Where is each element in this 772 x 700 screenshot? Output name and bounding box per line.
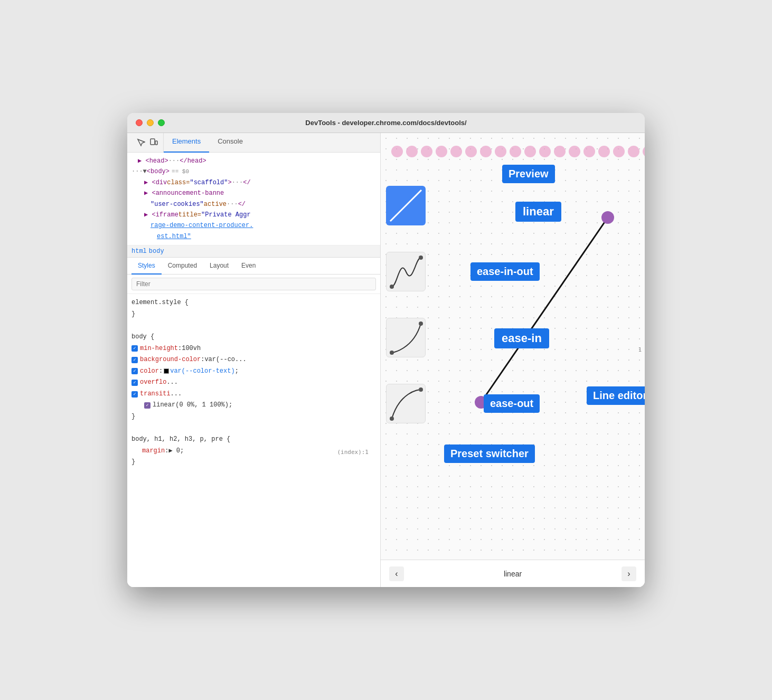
breadcrumb-html[interactable]: html — [131, 248, 147, 255]
pink-circle — [495, 146, 506, 157]
svg-point-6 — [419, 321, 423, 326]
styles-tabs: Styles Computed Layout Even — [127, 258, 380, 275]
side-number: 1 — [638, 346, 642, 353]
prop-background-color: background-color : var(--co... — [131, 354, 376, 366]
tab-elements[interactable]: Elements — [164, 133, 209, 153]
devtools-body: Elements Console ▶ <head> ··· </head> ··… — [127, 133, 645, 587]
pink-circle — [569, 146, 580, 157]
svg-point-3 — [390, 285, 394, 289]
right-panel: Preview linear ease-in-out ease-in ease-… — [381, 133, 645, 587]
rule-body: body { min-height : 100vh background-col… — [131, 332, 376, 423]
traffic-lights — [136, 119, 165, 126]
preview-canvas: Preview linear ease-in-out ease-in ease-… — [381, 133, 645, 560]
pink-circle — [539, 146, 551, 157]
pink-circle — [510, 146, 521, 157]
tree-node-head[interactable]: ▶ <head> ··· </head> — [131, 156, 376, 166]
annotation-line-editor: Line editor — [587, 386, 645, 405]
selector-element-style: element.style { — [131, 297, 376, 309]
rule-element-style: element.style { } — [131, 297, 376, 320]
filter-bar — [127, 275, 380, 294]
pink-circle — [643, 146, 645, 157]
pink-circle — [450, 146, 462, 157]
preset-linear-box[interactable] — [386, 186, 426, 225]
preview-area: Preview linear ease-in-out ease-in ease-… — [381, 133, 645, 560]
tab-icons — [131, 133, 164, 152]
checkbox-linear[interactable] — [144, 402, 150, 409]
checkbox-min-height[interactable] — [131, 345, 138, 352]
close-button[interactable] — [136, 119, 143, 126]
annotation-preset-switcher: Preset switcher — [444, 444, 535, 463]
source-index: (index):1 — [337, 447, 369, 458]
pink-circle — [436, 146, 447, 157]
annotation-preview: Preview — [502, 165, 555, 183]
checkbox-color[interactable] — [131, 368, 138, 374]
minimize-button[interactable] — [147, 119, 154, 126]
checkbox-overflow[interactable] — [131, 380, 138, 386]
prop-transition: transiti ... — [131, 389, 376, 400]
annotation-linear: linear — [515, 202, 561, 222]
svg-rect-1 — [155, 141, 157, 145]
maximize-button[interactable] — [158, 119, 165, 126]
breadcrumb-body[interactable]: body — [149, 248, 164, 255]
tree-node-rage[interactable]: rage-demo-content-producer. — [131, 220, 376, 231]
filter-input[interactable] — [131, 278, 376, 290]
tree-node-iframe[interactable]: ▶ <iframe title= "Private Aggr — [131, 210, 376, 220]
prop-overflow: overflo ... — [131, 377, 376, 389]
preset-ease-in-out[interactable] — [386, 252, 426, 291]
pink-circle — [583, 146, 595, 157]
breadcrumb: html body — [127, 245, 380, 258]
pink-circle — [554, 146, 566, 157]
pink-circle — [613, 146, 625, 157]
rule-body-closing: } — [131, 411, 376, 423]
preview-nav: ‹ linear › — [381, 560, 645, 587]
tree-node-div-scaffold[interactable]: ▶ <div class= "scaffold" > ··· </ — [131, 177, 376, 188]
tab-computed[interactable]: Computed — [162, 258, 203, 275]
next-button[interactable]: › — [622, 566, 636, 581]
tree-node-user-cookies[interactable]: "user-cookies" active ··· </ — [131, 199, 376, 210]
svg-point-5 — [390, 351, 394, 355]
tree-node-est[interactable]: est.html" — [131, 231, 376, 242]
tab-styles[interactable]: Styles — [131, 258, 162, 275]
pink-circles-row — [391, 146, 634, 157]
tab-layout[interactable]: Layout — [203, 258, 235, 275]
pink-circle — [480, 146, 492, 157]
prop-min-height: min-height : 100vh — [131, 343, 376, 355]
pink-circle — [628, 146, 639, 157]
rule-body-headings: body, h1, h2, h3, p, pre { margin : ▶ 0;… — [131, 434, 376, 468]
prev-button[interactable]: ‹ — [389, 566, 404, 581]
pink-circle — [598, 146, 610, 157]
pink-circle — [406, 146, 418, 157]
line-handle-top[interactable] — [601, 211, 614, 224]
tab-console[interactable]: Console — [209, 133, 251, 153]
tab-event[interactable]: Even — [235, 258, 262, 275]
prop-linear: linear(0 0%, 1 100%); — [131, 400, 376, 411]
pink-circle — [421, 146, 432, 157]
color-swatch — [164, 368, 169, 374]
svg-rect-0 — [150, 139, 155, 145]
preset-ease-in[interactable] — [386, 318, 426, 357]
tree-node-body[interactable]: ··· ▼ <body> == $0 — [131, 166, 376, 177]
pink-circle — [465, 146, 477, 157]
prop-color: color : var(--color-text) ; — [131, 366, 376, 377]
selector-body-headings: body, h1, h2, h3, p, pre { — [131, 434, 376, 446]
left-panel: Elements Console ▶ <head> ··· </head> ··… — [127, 133, 381, 587]
main-tabs: Elements Console — [127, 133, 380, 153]
pink-circle — [524, 146, 536, 157]
annotation-ease-out: ease-out — [484, 394, 540, 413]
svg-point-7 — [390, 417, 394, 421]
window-title: DevTools - developer.chrome.com/docs/dev… — [305, 119, 466, 127]
css-rules: element.style { } body { min-height : 10… — [127, 294, 380, 587]
svg-point-8 — [419, 387, 423, 392]
rule-closing-1: } — [131, 309, 376, 320]
svg-line-2 — [390, 190, 421, 221]
checkbox-transition[interactable] — [131, 391, 138, 398]
device-icon[interactable] — [148, 137, 159, 148]
title-bar: DevTools - developer.chrome.com/docs/dev… — [127, 113, 645, 133]
preset-ease-out[interactable] — [386, 384, 426, 423]
rule-headings-closing: } — [131, 457, 376, 468]
annotation-ease-in-out: ease-in-out — [470, 262, 540, 281]
inspect-icon[interactable] — [136, 137, 146, 148]
tree-node-announcement[interactable]: ▶ <announcement-banne — [131, 188, 376, 198]
checkbox-bg-color[interactable] — [131, 357, 138, 363]
annotation-ease-in: ease-in — [494, 328, 549, 348]
